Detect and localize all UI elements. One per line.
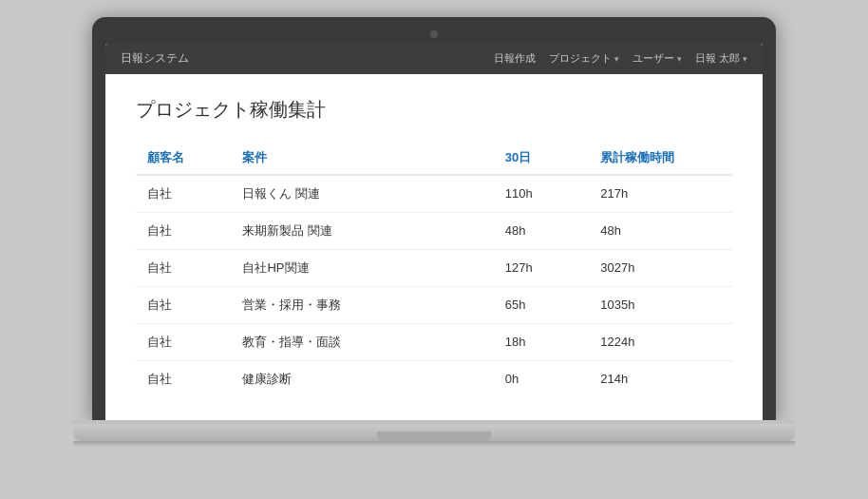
- cell-client: 自社: [136, 323, 231, 360]
- cell-days30: 0h: [494, 360, 589, 397]
- laptop-shadow: [73, 441, 795, 447]
- navbar-item-user[interactable]: ユーザー ▾: [632, 51, 682, 66]
- laptop-base: [73, 420, 795, 441]
- camera: [430, 30, 438, 38]
- page-title: プロジェクト稼働集計: [136, 97, 732, 123]
- main-content: プロジェクト稼働集計 顧客名 案件 30日 累計稼働時間 自社日報くん 関連11…: [105, 74, 763, 420]
- col-header-client: 顧客名: [136, 142, 231, 175]
- cell-total: 217h: [589, 175, 732, 213]
- col-header-total: 累計稼働時間: [589, 142, 732, 175]
- chevron-down-icon: ▾: [677, 54, 682, 64]
- cell-total: 48h: [589, 212, 732, 249]
- cell-client: 自社: [136, 175, 231, 213]
- table-row: 自社営業・採用・事務65h1035h: [136, 286, 732, 323]
- cell-project: 営業・採用・事務: [231, 286, 493, 323]
- cell-project: 教育・指導・面談: [231, 323, 493, 360]
- cell-client: 自社: [136, 249, 231, 286]
- table-row: 自社健康診断0h214h: [136, 360, 732, 397]
- table-row: 自社自社HP関連127h3027h: [136, 249, 732, 286]
- navbar-item-project[interactable]: プロジェクト ▾: [549, 51, 619, 66]
- table-body: 自社日報くん 関連110h217h自社来期新製品 関連48h48h自社自社HP関…: [136, 175, 732, 397]
- laptop-notch: [377, 432, 491, 441]
- cell-total: 1035h: [589, 286, 732, 323]
- cell-days30: 110h: [494, 175, 589, 213]
- cell-project: 日報くん 関連: [231, 175, 493, 213]
- cell-client: 自社: [136, 360, 231, 397]
- table-header: 顧客名 案件 30日 累計稼働時間: [136, 142, 732, 175]
- navbar-brand: 日報システム: [121, 50, 189, 67]
- cell-project: 来期新製品 関連: [231, 212, 493, 249]
- col-header-project: 案件: [231, 142, 493, 175]
- cell-total: 3027h: [589, 249, 732, 286]
- cell-project: 健康診断: [231, 360, 493, 397]
- chevron-down-icon: ▾: [743, 54, 747, 64]
- laptop-screen: 日報システム 日報作成 プロジェクト ▾ ユーザー ▾ 日報 太郎: [92, 17, 776, 420]
- cell-days30: 18h: [494, 323, 589, 360]
- table-row: 自社来期新製品 関連48h48h: [136, 212, 732, 249]
- navbar-item-create[interactable]: 日報作成: [494, 51, 536, 66]
- screen-content: 日報システム 日報作成 プロジェクト ▾ ユーザー ▾ 日報 太郎: [105, 44, 763, 420]
- table-row: 自社日報くん 関連110h217h: [136, 175, 732, 213]
- table-row: 自社教育・指導・面談18h1224h: [136, 323, 732, 360]
- cell-project: 自社HP関連: [231, 249, 493, 286]
- cell-total: 214h: [589, 360, 732, 397]
- data-table: 顧客名 案件 30日 累計稼働時間 自社日報くん 関連110h217h自社来期新…: [136, 142, 732, 397]
- cell-client: 自社: [136, 286, 231, 323]
- navbar-right: 日報作成 プロジェクト ▾ ユーザー ▾ 日報 太郎 ▾: [494, 51, 747, 66]
- col-header-30day: 30日: [494, 142, 589, 175]
- cell-client: 自社: [136, 212, 231, 249]
- chevron-down-icon: ▾: [614, 54, 619, 64]
- navbar: 日報システム 日報作成 プロジェクト ▾ ユーザー ▾ 日報 太郎: [105, 44, 763, 74]
- cell-days30: 127h: [494, 249, 589, 286]
- laptop-frame: 日報システム 日報作成 プロジェクト ▾ ユーザー ▾ 日報 太郎: [73, 17, 795, 483]
- navbar-item-account[interactable]: 日報 太郎 ▾: [695, 51, 747, 66]
- cell-days30: 65h: [494, 286, 589, 323]
- cell-days30: 48h: [494, 212, 589, 249]
- table-header-row: 顧客名 案件 30日 累計稼働時間: [136, 142, 732, 175]
- cell-total: 1224h: [589, 323, 732, 360]
